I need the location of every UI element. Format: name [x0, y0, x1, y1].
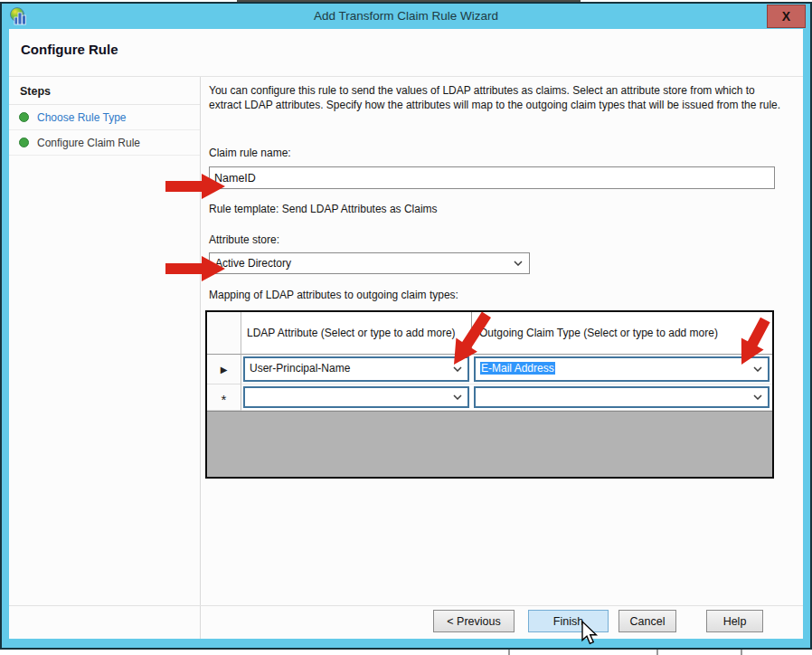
new-row-asterisk-icon: * [222, 396, 227, 403]
step-label: Configure Claim Rule [37, 137, 140, 149]
claim-rule-name-input[interactable] [209, 166, 775, 189]
previous-button[interactable]: < Previous [433, 610, 515, 632]
chevron-down-icon [753, 366, 762, 372]
sidebar-item-choose-rule-type[interactable]: Choose Rule Type [9, 105, 200, 130]
attribute-store-label: Attribute store: [209, 233, 279, 246]
outgoing-claim-type-value: E-Mail Address [480, 362, 555, 375]
step-label: Choose Rule Type [37, 111, 127, 124]
background-window-fragment [656, 650, 658, 655]
footer-divider [9, 605, 803, 606]
rule-description-text: You can configure this rule to send the … [209, 84, 782, 112]
help-button[interactable]: Help [706, 610, 763, 632]
table-cell [472, 384, 772, 411]
row-selector-current: ▶ [207, 355, 241, 384]
table-cell [241, 384, 472, 411]
wizard-content: Configure Rule Steps Choose Rule Type Co… [9, 29, 803, 639]
wizard-dialog: Add Transform Claim Rule Wizard X Config… [0, 2, 812, 650]
row-selector-new: * [207, 384, 241, 411]
table-cell: User-Principal-Name [241, 355, 472, 384]
rule-template-text: Rule template: Send LDAP Attributes as C… [209, 203, 438, 215]
page-title: Configure Rule [21, 42, 118, 57]
step-complete-dot-icon [19, 138, 29, 147]
attribute-store-dropdown[interactable]: Active Directory [209, 252, 530, 274]
ldap-mapping-table: LDAP Attribute (Select or type to add mo… [205, 310, 774, 479]
cancel-button[interactable]: Cancel [618, 610, 676, 632]
table-cell: E-Mail Address [472, 355, 772, 384]
attribute-store-value: Active Directory [215, 257, 291, 270]
ldap-attribute-value: User-Principal-Name [250, 362, 350, 375]
column-header-ldap-attribute: LDAP Attribute (Select or type to add mo… [241, 312, 472, 355]
chevron-down-icon [514, 261, 523, 266]
outgoing-claim-type-combo-row1[interactable]: E-Mail Address [474, 356, 770, 382]
chevron-down-icon [453, 366, 462, 372]
step-complete-dot-icon [19, 112, 29, 122]
outgoing-claim-type-combo-row2[interactable] [474, 386, 770, 408]
column-header-outgoing-claim-type: Outgoing Claim Type (Select or type to a… [472, 312, 772, 355]
mapping-label: Mapping of LDAP attributes to outgoing c… [209, 289, 458, 301]
background-window-fragment [741, 650, 742, 655]
claim-rule-name-label: Claim rule name: [209, 147, 291, 159]
current-row-arrow-icon: ▶ [221, 365, 228, 375]
ldap-attribute-combo-row1[interactable]: User-Principal-Name [243, 356, 469, 382]
chevron-down-icon [753, 394, 762, 400]
window-title: Add Transform Claim Rule Wizard [2, 4, 810, 29]
background-window-fragment [508, 650, 510, 655]
ldap-attribute-combo-row2[interactable] [243, 386, 469, 408]
finish-button[interactable]: Finish [528, 610, 609, 632]
table-empty-area [207, 411, 772, 477]
steps-sidebar: Steps Choose Rule Type Configure Claim R… [9, 77, 201, 639]
close-button[interactable]: X [767, 5, 806, 28]
row-selector-header [207, 312, 241, 355]
sidebar-item-configure-claim-rule[interactable]: Configure Claim Rule [9, 130, 200, 156]
steps-header: Steps [9, 77, 200, 105]
chevron-down-icon [453, 394, 462, 400]
titlebar[interactable]: Add Transform Claim Rule Wizard X [2, 4, 810, 29]
